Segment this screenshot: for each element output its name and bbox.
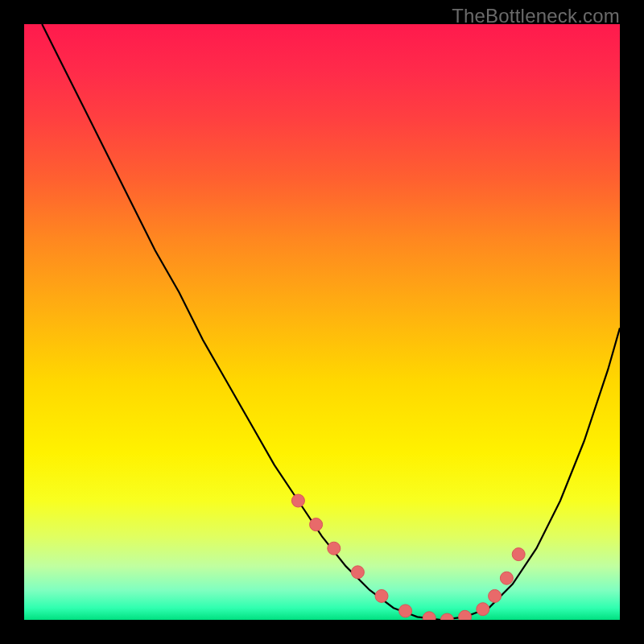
- curve-layer: [42, 24, 620, 620]
- watermark-text: TheBottleneck.com: [452, 5, 620, 27]
- bottleneck-curve: [42, 24, 620, 620]
- data-marker: [328, 542, 341, 555]
- data-marker: [440, 613, 453, 620]
- data-marker: [500, 572, 513, 584]
- data-marker: [375, 589, 388, 602]
- data-marker: [477, 603, 489, 616]
- data-marker: [291, 494, 304, 507]
- data-marker: [310, 518, 323, 531]
- data-marker: [399, 605, 412, 617]
- marker-layer: [291, 494, 525, 620]
- data-marker: [489, 589, 502, 602]
- data-marker: [351, 566, 364, 579]
- chart-svg: [24, 24, 620, 620]
- data-marker: [423, 612, 436, 620]
- plot-area: [24, 24, 620, 620]
- data-marker: [512, 548, 525, 561]
- data-marker: [459, 610, 472, 620]
- chart-frame: TheBottleneck.com: [0, 0, 644, 644]
